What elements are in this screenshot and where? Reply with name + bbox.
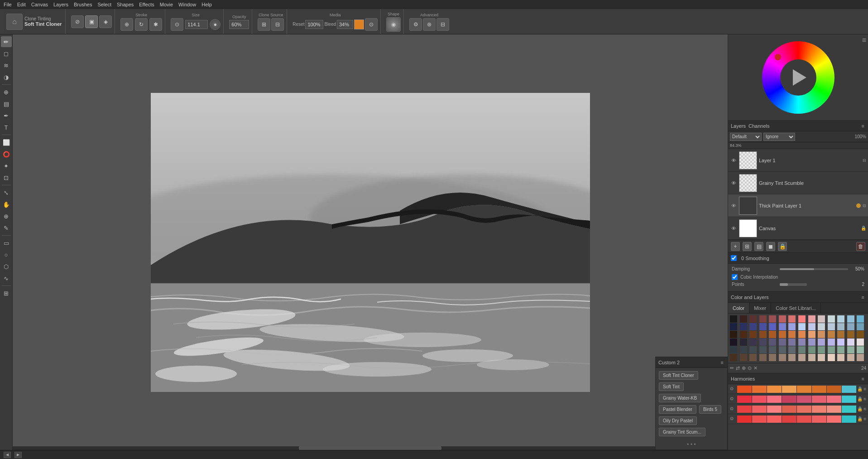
variant-btn-1[interactable]: ⊘ <box>71 15 84 28</box>
menu-shapes[interactable]: Shapes <box>117 2 134 7</box>
color-wheel[interactable] <box>762 41 834 114</box>
clone-src-btn-2[interactable]: ⊟ <box>271 18 284 31</box>
swatch-5-3[interactable] <box>759 354 767 361</box>
swatch-3-11[interactable] <box>837 338 844 346</box>
swatch-2-2[interactable] <box>749 331 757 338</box>
h1-s4[interactable] <box>782 386 796 393</box>
canvas-visibility[interactable]: 👁 <box>730 225 737 232</box>
tool-crop[interactable]: ⊡ <box>1 172 12 183</box>
harmony-options-3[interactable]: ≡ <box>863 406 866 411</box>
h4-s7[interactable] <box>827 416 841 423</box>
swatch-1-5[interactable] <box>779 323 786 330</box>
tab-mixer[interactable]: Mixer <box>749 303 771 313</box>
swatch-5-0[interactable] <box>730 354 737 361</box>
h1-s7[interactable] <box>827 386 841 393</box>
swatch-4-5[interactable] <box>779 346 786 353</box>
swatch-2-0[interactable] <box>730 331 737 338</box>
color-wheel-dot[interactable] <box>775 54 781 60</box>
menu-edit[interactable]: Edit <box>17 2 26 7</box>
tool-pen[interactable]: ✒ <box>1 110 12 121</box>
swatch-0-6[interactable] <box>788 315 796 323</box>
h1-s1[interactable] <box>737 386 752 393</box>
media-btn[interactable]: ⊙ <box>365 18 378 31</box>
h3-s2[interactable] <box>752 406 767 413</box>
variant-btn-2[interactable]: ▣ <box>85 15 98 28</box>
harmonies-menu-btn[interactable]: ≡ <box>861 376 865 382</box>
status-nav-right[interactable]: ▶ <box>14 452 22 458</box>
points-slider[interactable] <box>780 283 807 286</box>
swatch-5-1[interactable] <box>740 354 747 361</box>
swatch-0-13[interactable] <box>857 315 864 323</box>
h4-s4[interactable] <box>782 416 796 423</box>
swatch-1-11[interactable] <box>837 323 844 330</box>
swatch-5-9[interactable] <box>818 354 825 361</box>
canvas-area[interactable] <box>13 34 728 450</box>
layer-row-canvas[interactable]: 👁 Canvas 🔒 <box>728 217 868 240</box>
color-eyedrop-btn[interactable]: ⊕ <box>742 365 746 371</box>
swatch-1-1[interactable] <box>740 323 747 330</box>
tool-eraser[interactable]: ◻ <box>1 48 12 59</box>
tool-text[interactable]: T <box>1 122 12 133</box>
swatch-2-9[interactable] <box>818 331 825 338</box>
swatch-3-0[interactable] <box>730 338 737 346</box>
swatch-5-5[interactable] <box>779 354 786 361</box>
h2-s6[interactable] <box>812 396 826 403</box>
h2-s8[interactable] <box>842 396 856 403</box>
h1-s6[interactable] <box>812 386 826 393</box>
swatch-4-8[interactable] <box>808 346 815 353</box>
stroke-btn-2[interactable]: ↻ <box>135 18 148 31</box>
swatch-2-12[interactable] <box>847 331 854 338</box>
swatch-0-3[interactable] <box>759 315 767 323</box>
advanced-btn-3[interactable]: ⊟ <box>436 18 449 31</box>
swatch-2-1[interactable] <box>740 331 747 338</box>
tool-shape-bezier[interactable]: ∿ <box>1 273 12 284</box>
composite-select[interactable]: Ignore Add <box>763 133 795 141</box>
swatch-4-0[interactable] <box>730 346 737 353</box>
swatch-2-4[interactable] <box>769 331 776 338</box>
stroke-btn-1[interactable]: ⊕ <box>120 18 133 31</box>
cubic-checkbox[interactable] <box>732 274 738 280</box>
swatch-2-3[interactable] <box>759 331 767 338</box>
menu-layers[interactable]: Layers <box>53 2 68 7</box>
h3-s1[interactable] <box>737 406 752 413</box>
menu-movie[interactable]: Movie <box>160 2 173 7</box>
brush-btn-grainy-water[interactable]: Grainy Water-KB <box>659 394 701 402</box>
tool-brush[interactable]: ✏ <box>1 36 12 47</box>
harmony-lock-4[interactable]: 🔒 <box>857 416 863 421</box>
swatch-0-7[interactable] <box>798 315 806 323</box>
tool-dodge[interactable]: ◑ <box>1 72 12 82</box>
h1-s2[interactable] <box>752 386 767 393</box>
advanced-btn-2[interactable]: ⊛ <box>423 18 436 31</box>
swatch-3-5[interactable] <box>779 338 786 346</box>
grainy-visibility[interactable]: 👁 <box>730 179 737 187</box>
menu-window[interactable]: Window <box>178 2 196 7</box>
h3-s4[interactable] <box>782 406 796 413</box>
tool-select-lasso[interactable]: ⭕ <box>1 149 12 159</box>
h2-s3[interactable] <box>767 396 782 403</box>
swatch-1-3[interactable] <box>759 323 767 330</box>
swatch-3-1[interactable] <box>740 338 747 346</box>
tool-eyedropper[interactable]: ✎ <box>1 222 12 233</box>
h3-s8[interactable] <box>842 406 856 413</box>
swatch-5-10[interactable] <box>828 354 835 361</box>
swatch-4-6[interactable] <box>788 346 796 353</box>
swatch-4-9[interactable] <box>818 346 825 353</box>
stroke-btn-3[interactable]: ✱ <box>149 18 162 31</box>
h3-s7[interactable] <box>827 406 841 413</box>
advanced-btn-1[interactable]: ⚙ <box>409 18 422 31</box>
play-button[interactable] <box>793 69 806 86</box>
swatch-4-2[interactable] <box>749 346 757 353</box>
swatch-3-4[interactable] <box>769 338 776 346</box>
menu-file[interactable]: File <box>4 2 12 7</box>
layers-tab[interactable]: Layers <box>731 123 746 129</box>
tool-pan[interactable]: ✋ <box>1 199 12 210</box>
swatch-2-13[interactable] <box>857 331 864 338</box>
swatch-3-3[interactable] <box>759 338 767 346</box>
swatch-3-8[interactable] <box>808 338 815 346</box>
tool-smear[interactable]: ≋ <box>1 60 12 71</box>
swatch-5-7[interactable] <box>798 354 806 361</box>
layer-duplicate-btn[interactable]: ⊞ <box>743 242 752 251</box>
damping-slider[interactable] <box>780 268 848 270</box>
shape-btn[interactable]: ◉ <box>386 17 401 32</box>
h4-s3[interactable] <box>767 416 782 423</box>
